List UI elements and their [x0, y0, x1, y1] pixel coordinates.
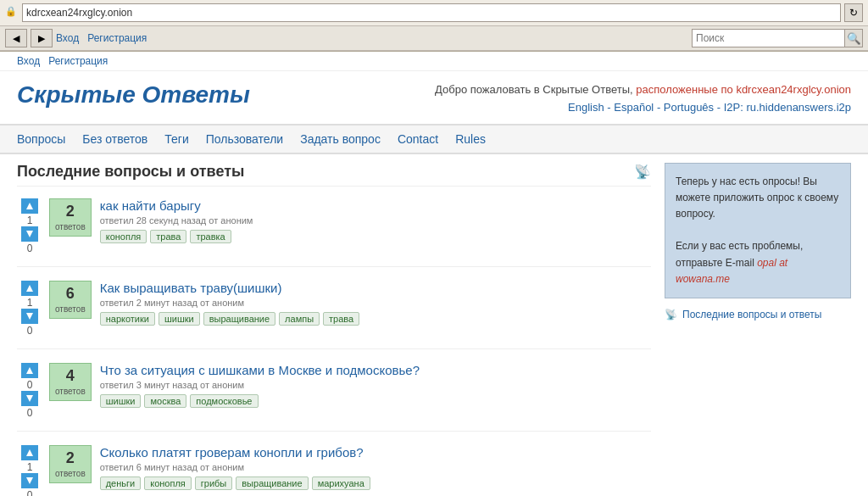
vote-down-count: 0: [27, 489, 33, 496]
register-link-page[interactable]: Регистрация: [48, 55, 108, 67]
tag[interactable]: трава: [323, 312, 359, 326]
login-link-page[interactable]: Вход: [17, 55, 40, 67]
nav-rules[interactable]: Rules: [455, 132, 486, 146]
tag[interactable]: шишки: [159, 312, 200, 326]
question-meta: ответил 28 секунд назад от аноним: [100, 215, 651, 226]
answer-count-box: 6 ответов: [49, 281, 92, 319]
site-title: Скрытые Ответы: [17, 81, 250, 109]
svg-marker-7: [26, 477, 33, 484]
question-item: 1 0 2 ответов как найти барыгу ответил 2…: [17, 198, 651, 267]
search-button[interactable]: 🔍: [844, 29, 863, 47]
nav-unanswered[interactable]: Без ответов: [82, 132, 147, 146]
register-link[interactable]: Регистрация: [87, 32, 147, 44]
svg-marker-0: [26, 203, 33, 209]
svg-marker-5: [26, 395, 33, 402]
nav-users[interactable]: Пользователи: [206, 132, 283, 146]
lock-icon: 🔒: [5, 6, 19, 20]
back-button[interactable]: ◀: [5, 29, 27, 47]
vote-up-count: 1: [27, 297, 33, 309]
svg-marker-3: [26, 313, 33, 320]
rss-icon[interactable]: 📡: [634, 164, 651, 180]
nav-ask[interactable]: Задать вопрос: [300, 132, 381, 146]
tag[interactable]: марихуана: [312, 476, 370, 490]
answer-count: 2: [55, 203, 86, 220]
nav-contact[interactable]: Contact: [398, 132, 438, 146]
question-body: Сколько платят гроверам конопли и грибов…: [100, 445, 651, 490]
forward-button[interactable]: ▶: [31, 29, 53, 47]
answer-label: ответов: [55, 469, 86, 478]
question-item: 1 0 2 ответов Сколько платят гроверам ко…: [17, 445, 651, 496]
question-title[interactable]: Как выращивать траву(шишки): [100, 281, 282, 295]
tags: шишки москва подмосковье: [100, 394, 651, 408]
vote-up-count: 0: [27, 379, 33, 391]
nav-questions[interactable]: Вопросы: [17, 132, 65, 146]
vote-up-button[interactable]: [21, 198, 38, 214]
answer-count-box: 2 ответов: [49, 198, 92, 237]
vote-box: 1 0: [17, 281, 42, 337]
site-tagline: Добро пожаловать в Скрытые Ответы, распо…: [435, 81, 851, 117]
section-title: Последние вопросы и ответы: [17, 163, 244, 181]
vote-up-button[interactable]: [21, 281, 38, 296]
answer-count: 2: [55, 449, 86, 467]
question-meta: ответил 2 минут назад от аноним: [100, 298, 651, 308]
tag[interactable]: подмосковье: [190, 394, 258, 408]
tag[interactable]: трава: [150, 230, 186, 243]
tag[interactable]: выращивание: [236, 476, 308, 490]
question-item: 1 0 6 ответов Как выращивать траву(шишки…: [17, 281, 651, 349]
svg-marker-6: [26, 449, 33, 456]
vote-down-button[interactable]: [21, 309, 38, 324]
question-body: как найти барыгу ответил 28 секунд назад…: [100, 198, 651, 243]
tag[interactable]: конопля: [100, 230, 147, 243]
answer-label: ответов: [55, 222, 86, 231]
address-bar[interactable]: [22, 3, 841, 22]
question-title[interactable]: Сколько платят гроверам конопли и грибов…: [100, 445, 364, 460]
vote-up-button[interactable]: [21, 363, 38, 378]
tag[interactable]: шишки: [100, 394, 142, 408]
answer-count-box: 2 ответов: [49, 445, 92, 483]
lang-english[interactable]: English: [568, 101, 604, 114]
lang-spanish[interactable]: Español: [614, 101, 654, 114]
answer-count: 4: [55, 367, 86, 385]
vote-box: 0 0: [17, 363, 42, 419]
vote-box: 1 0: [17, 198, 42, 254]
tag[interactable]: грибы: [195, 476, 232, 490]
svg-marker-4: [26, 367, 33, 374]
i2p-link[interactable]: ru.hiddenanswers.i2p: [746, 101, 851, 114]
question-item: 0 0 4 ответов Что за ситуация с шишками …: [17, 363, 651, 432]
search-icon: 🔍: [847, 32, 861, 45]
svg-marker-1: [26, 231, 33, 237]
tag[interactable]: травка: [190, 230, 231, 243]
login-link[interactable]: Вход: [56, 32, 79, 44]
vote-up-button[interactable]: [21, 445, 38, 460]
sidebar-contact-text: Если у вас есть проблемы, отправьте E-ma…: [676, 238, 840, 287]
question-title[interactable]: Что за ситуация с шишками в Москве и под…: [100, 363, 420, 377]
tag[interactable]: москва: [144, 394, 186, 408]
question-meta: ответил 3 минут назад от аноним: [100, 380, 651, 390]
rss-feed-icon: 📡: [665, 309, 677, 320]
sidebar-polls-text: Теперь у нас есть опросы! Вы можете прил…: [676, 174, 840, 223]
sidebar-rss: 📡 Последние вопросы и ответы: [665, 309, 851, 320]
vote-down-button[interactable]: [21, 391, 38, 406]
onion-link[interactable]: расположенные по kdrcxean24rxglcy.onion: [636, 83, 851, 96]
tags: конопля трава травка: [100, 230, 651, 243]
vote-down-count: 0: [27, 325, 33, 337]
reload-button[interactable]: ↻: [844, 3, 863, 22]
vote-down-button[interactable]: [21, 473, 38, 488]
tag[interactable]: конопля: [144, 476, 192, 490]
nav-tags[interactable]: Теги: [164, 132, 188, 146]
vote-box: 1 0: [17, 445, 42, 496]
tag[interactable]: выращивание: [203, 312, 275, 326]
sidebar-rss-link[interactable]: Последние вопросы и ответы: [682, 309, 821, 320]
question-title[interactable]: как найти барыгу: [100, 198, 201, 213]
question-body: Как выращивать траву(шишки) ответил 2 ми…: [100, 281, 651, 326]
tag[interactable]: деньги: [100, 476, 142, 490]
tag[interactable]: лампы: [279, 312, 320, 326]
answer-count-box: 4 ответов: [49, 363, 92, 401]
vote-down-button[interactable]: [21, 226, 38, 242]
tag[interactable]: наркотики: [100, 312, 155, 326]
lang-portuguese[interactable]: Português: [664, 101, 714, 114]
main-content: Последние вопросы и ответы 📡 1 0 2: [17, 163, 651, 496]
sidebar-info-box: Теперь у нас есть опросы! Вы можете прил…: [665, 163, 851, 298]
svg-marker-2: [26, 285, 33, 292]
search-input[interactable]: [692, 29, 844, 47]
